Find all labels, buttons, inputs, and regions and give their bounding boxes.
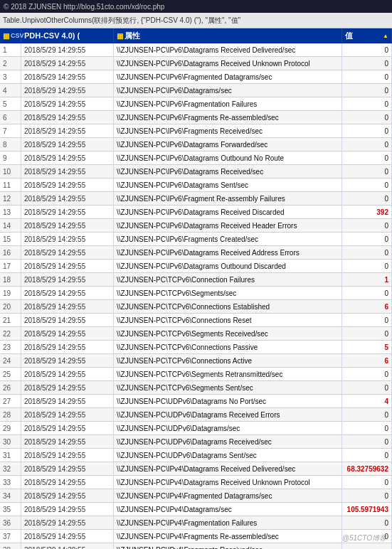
table-row[interactable]: 142018/5/29 14:29:55\\ZJUNSEN-PC\IPv6\Da… bbox=[0, 219, 392, 233]
table-row[interactable]: 202018/5/29 14:29:55\\ZJUNSEN-PC\TCPv6\C… bbox=[0, 300, 392, 314]
cell-row-num: 5 bbox=[0, 97, 21, 110]
cell-date: 2018/5/29 14:29:55 bbox=[21, 124, 114, 137]
cell-path: \\ZJUNSEN-PC\IPv6\Fragmented Datagrams/s… bbox=[114, 70, 342, 83]
cell-date: 2018/5/29 14:29:55 bbox=[21, 422, 114, 435]
cell-value: 0 bbox=[342, 233, 392, 245]
table-row[interactable]: 182018/5/29 14:29:55\\ZJUNSEN-PC\TCPv6\C… bbox=[0, 273, 392, 287]
table-row[interactable]: 72018/5/29 14:29:55\\ZJUNSEN-PC\IPv6\Fra… bbox=[0, 124, 392, 138]
cell-value: 0 bbox=[342, 192, 392, 205]
table-row[interactable]: 62018/5/29 14:29:55\\ZJUNSEN-PC\IPv6\Fra… bbox=[0, 111, 392, 124]
cell-path: \\ZJUNSEN-PC\IPv4\Fragments Received/sec bbox=[114, 543, 342, 549]
cell-date: 2018/5/29 14:29:55 bbox=[21, 233, 114, 245]
cell-path: \\ZJUNSEN-PC\IPv6\Datagrams Outbound No … bbox=[114, 151, 342, 164]
table-row[interactable]: 362018/5/29 14:29:55\\ZJUNSEN-PC\IPv4\Fr… bbox=[0, 516, 392, 530]
cell-path: \\ZJUNSEN-PC\TCPv6\Connections Reset bbox=[114, 314, 342, 326]
cell-path: \\ZJUNSEN-PC\IPv6\Datagrams Received Add… bbox=[114, 246, 342, 259]
table-row[interactable]: 252018/5/29 14:29:55\\ZJUNSEN-PC\TCPv6\S… bbox=[0, 368, 392, 381]
table-row[interactable]: 92018/5/29 14:29:55\\ZJUNSEN-PC\IPv6\Dat… bbox=[0, 151, 392, 165]
cell-row-num: 6 bbox=[0, 111, 21, 124]
table-row[interactable]: 372018/5/29 14:29:55\\ZJUNSEN-PC\IPv4\Fr… bbox=[0, 530, 392, 543]
cell-path: \\ZJUNSEN-PC\TCPv6\Segments Retransmitte… bbox=[114, 368, 342, 380]
cell-path: \\ZJUNSEN-PC\IPv6\Datagrams Sent/sec bbox=[114, 178, 342, 191]
table-row[interactable]: 242018/5/29 14:29:55\\ZJUNSEN-PC\TCPv6\C… bbox=[0, 354, 392, 368]
col-header-property[interactable]: ▦ 属性 bbox=[114, 28, 342, 43]
cell-path: \\ZJUNSEN-PC\TCPv6\Segments Sent/sec bbox=[114, 381, 342, 394]
cell-path: \\ZJUNSEN-PC\UDPv6\Datagrams Received Er… bbox=[114, 408, 342, 421]
table-row[interactable]: 22018/5/29 14:29:55\\ZJUNSEN-PC\IPv6\Dat… bbox=[0, 57, 392, 70]
cell-row-num: 27 bbox=[0, 395, 21, 407]
cell-date: 2018/5/29 14:29:55 bbox=[21, 395, 114, 407]
cell-value: 0 bbox=[342, 97, 392, 110]
cell-path: \\ZJUNSEN-PC\TCPv6\Segments Received/sec bbox=[114, 327, 342, 340]
table-row[interactable]: 292018/5/29 14:29:55\\ZJUNSEN-PC\UDPv6\D… bbox=[0, 422, 392, 435]
cell-value: 0 bbox=[342, 43, 392, 56]
title-bar-text: © 2018 ZJUNSEN http://blog.51cto.com/xd/… bbox=[4, 3, 164, 11]
table-row[interactable]: 132018/5/29 14:29:55\\ZJUNSEN-PC\IPv6\Da… bbox=[0, 206, 392, 219]
table-row[interactable]: 172018/5/29 14:29:55\\ZJUNSEN-PC\IPv6\Da… bbox=[0, 260, 392, 273]
cell-value: 0 bbox=[342, 260, 392, 272]
cell-row-num: 7 bbox=[0, 124, 21, 137]
cell-value: 0 bbox=[342, 246, 392, 259]
cell-value bbox=[342, 543, 392, 549]
title-bar: © 2018 ZJUNSEN http://blog.51cto.com/xd/… bbox=[0, 0, 392, 13]
table-row[interactable]: 222018/5/29 14:29:55\\ZJUNSEN-PC\TCPv6\S… bbox=[0, 327, 392, 341]
table-row[interactable]: 102018/5/29 14:29:55\\ZJUNSEN-PC\IPv6\Da… bbox=[0, 165, 392, 178]
table-row[interactable]: 272018/5/29 14:29:55\\ZJUNSEN-PC\UDPv6\D… bbox=[0, 395, 392, 408]
table-row[interactable]: 262018/5/29 14:29:55\\ZJUNSEN-PC\TCPv6\S… bbox=[0, 381, 392, 395]
cell-date: 2018/5/29 14:29:55 bbox=[21, 219, 114, 232]
cell-path: \\ZJUNSEN-PC\IPv6\Fragmentation Failures bbox=[114, 97, 342, 110]
cell-date: 2018/5/29 14:29:55 bbox=[21, 84, 114, 97]
table-row[interactable]: 302018/5/29 14:29:55\\ZJUNSEN-PC\UDPv6\D… bbox=[0, 435, 392, 449]
cell-row-num: 12 bbox=[0, 192, 21, 205]
cell-row-num: 3 bbox=[0, 70, 21, 83]
table-row[interactable]: 212018/5/29 14:29:55\\ZJUNSEN-PC\TCPv6\C… bbox=[0, 314, 392, 327]
cell-row-num: 37 bbox=[0, 530, 21, 543]
table-row[interactable]: 122018/5/29 14:29:55\\ZJUNSEN-PC\IPv6\Fr… bbox=[0, 192, 392, 206]
table-row[interactable]: 52018/5/29 14:29:55\\ZJUNSEN-PC\IPv6\Fra… bbox=[0, 97, 392, 111]
cell-path: \\ZJUNSEN-PC\IPv4\Datagrams Received Del… bbox=[114, 462, 342, 475]
cell-path: \\ZJUNSEN-PC\IPv4\Fragments Re-assembled… bbox=[114, 530, 342, 543]
table-row[interactable]: 352018/5/29 14:29:55\\ZJUNSEN-PC\IPv4\Da… bbox=[0, 503, 392, 516]
col-header-date[interactable]: PDH-CSV 4.0) ( bbox=[21, 28, 114, 43]
table-row[interactable]: 42018/5/29 14:29:55\\ZJUNSEN-PC\IPv6\Dat… bbox=[0, 84, 392, 97]
cell-date: 2018/5/29 14:29:55 bbox=[21, 192, 114, 205]
table-row[interactable]: 332018/5/29 14:29:55\\ZJUNSEN-PC\IPv4\Da… bbox=[0, 476, 392, 489]
table-row[interactable]: 382018/5/29 14:29:55\\ZJUNSEN-PC\IPv4\Fr… bbox=[0, 543, 392, 549]
table-icon: ▦ bbox=[3, 32, 9, 40]
cell-value: 0 bbox=[342, 327, 392, 340]
cell-row-num: 4 bbox=[0, 84, 21, 97]
cell-row-num: 32 bbox=[0, 462, 21, 475]
table-row[interactable]: 232018/5/29 14:29:55\\ZJUNSEN-PC\TCPv6\C… bbox=[0, 341, 392, 354]
cell-row-num: 21 bbox=[0, 314, 21, 326]
cell-row-num: 16 bbox=[0, 246, 21, 259]
table-row[interactable]: 312018/5/29 14:29:55\\ZJUNSEN-PC\UDPv6\D… bbox=[0, 449, 392, 462]
col-header-date-label: PDH-CSV 4.0) ( bbox=[24, 31, 80, 40]
col-header-value[interactable]: 值 ▲ bbox=[342, 28, 392, 43]
cell-date: 2018/5/29 14:29:55 bbox=[21, 70, 114, 83]
cell-path: \\ZJUNSEN-PC\IPv6\Datagrams Forwarded/se… bbox=[114, 138, 342, 151]
cell-path: \\ZJUNSEN-PC\IPv4\Fragmentation Failures bbox=[114, 516, 342, 529]
table-row[interactable]: 342018/5/29 14:29:55\\ZJUNSEN-PC\IPv4\Fr… bbox=[0, 489, 392, 503]
cell-path: \\ZJUNSEN-PC\TCPv6\Connection Failures bbox=[114, 273, 342, 286]
table-row[interactable]: 32018/5/29 14:29:55\\ZJUNSEN-PC\IPv6\Fra… bbox=[0, 70, 392, 84]
table-row[interactable]: 152018/5/29 14:29:55\\ZJUNSEN-PC\IPv6\Fr… bbox=[0, 233, 392, 246]
cell-value: 0 bbox=[342, 314, 392, 326]
cell-date: 2018/5/29 14:29:55 bbox=[21, 206, 114, 218]
table-row[interactable]: 12018/5/29 14:29:55\\ZJUNSEN-PC\IPv6\Dat… bbox=[0, 43, 392, 57]
cell-value: 0 bbox=[342, 124, 392, 137]
table-row[interactable]: 112018/5/29 14:29:55\\ZJUNSEN-PC\IPv6\Da… bbox=[0, 178, 392, 192]
cell-row-num: 20 bbox=[0, 300, 21, 313]
cell-path: \\ZJUNSEN-PC\IPv6\Fragments Received/sec bbox=[114, 124, 342, 137]
cell-row-num: 36 bbox=[0, 516, 21, 529]
cell-path: \\ZJUNSEN-PC\IPv6\Fragments Created/sec bbox=[114, 233, 342, 245]
table-row[interactable]: 82018/5/29 14:29:55\\ZJUNSEN-PC\IPv6\Dat… bbox=[0, 138, 392, 151]
table-row[interactable]: 322018/5/29 14:29:55\\ZJUNSEN-PC\IPv4\Da… bbox=[0, 462, 392, 476]
cell-date: 2018/5/29 14:29:55 bbox=[21, 449, 114, 462]
cell-value: 392 bbox=[342, 206, 392, 218]
table-row[interactable]: 192018/5/29 14:29:55\\ZJUNSEN-PC\TCPv6\S… bbox=[0, 287, 392, 300]
cell-path: \\ZJUNSEN-PC\IPv6\Datagrams Received Hea… bbox=[114, 219, 342, 232]
table-row[interactable]: 282018/5/29 14:29:55\\ZJUNSEN-PC\UDPv6\D… bbox=[0, 408, 392, 422]
cell-row-num: 31 bbox=[0, 449, 21, 462]
cell-value: 5 bbox=[342, 341, 392, 353]
table-row[interactable]: 162018/5/29 14:29:55\\ZJUNSEN-PC\IPv6\Da… bbox=[0, 246, 392, 260]
